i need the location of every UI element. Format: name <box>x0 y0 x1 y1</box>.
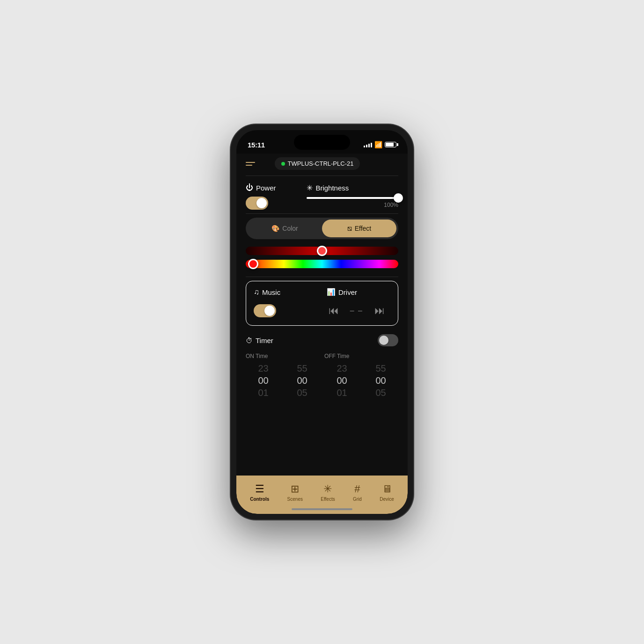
on-time-picker[interactable]: 23 00 01 55 00 05 <box>246 362 320 399</box>
timer-toggle-thumb <box>379 336 388 345</box>
power-group: ⏻ Power <box>246 183 307 210</box>
brightness-icon: ✳ <box>307 183 313 192</box>
off-min-top: 55 <box>363 362 398 374</box>
grid-nav-label: Grid <box>353 497 362 502</box>
color-tab-icon: 🎨 <box>271 225 279 232</box>
on-hour-bot: 01 <box>246 387 281 399</box>
brightness-value: 100% <box>307 202 398 208</box>
on-hour-top: 23 <box>246 362 281 374</box>
timer-row: ⏱ Timer <box>236 329 408 351</box>
tab-color[interactable]: 🎨 Color <box>248 220 322 237</box>
hue-slider-thumb <box>248 259 258 269</box>
timer-toggle[interactable] <box>378 334 398 346</box>
menu-button[interactable] <box>246 162 255 166</box>
driver-label-col: 📊 Driver <box>327 288 390 296</box>
timer-icon: ⏱ <box>246 337 253 344</box>
driver-label: Driver <box>338 288 357 296</box>
battery-icon <box>385 142 396 147</box>
power-icon: ⏻ <box>246 183 253 192</box>
music-toggle[interactable] <box>254 304 276 317</box>
nav-item-scenes[interactable]: ⊞ Scenes <box>283 480 307 505</box>
status-icons: 📶 <box>364 141 396 148</box>
brightness-group: ✳ Brightness 100% <box>307 183 398 208</box>
device-name: TWPLUS-CTRL-PLC-21 <box>288 160 354 167</box>
on-min-top: 55 <box>285 362 320 374</box>
off-hour-col[interactable]: 23 00 01 <box>324 362 359 399</box>
brightness-thumb <box>394 193 403 203</box>
play-pause-button[interactable]: – – <box>344 305 369 317</box>
prev-button[interactable]: ⏮ <box>323 303 344 319</box>
timer-label: Timer <box>256 337 273 344</box>
effects-nav-label: Effects <box>321 497 335 502</box>
on-hour-mid: 00 <box>246 374 281 387</box>
brightness-slider[interactable]: 100% <box>307 197 398 208</box>
tab-effect[interactable]: ⧅ Effect <box>322 220 396 237</box>
power-toggle-thumb <box>256 198 267 208</box>
brightness-label: Brightness <box>315 184 349 192</box>
color-sliders-section <box>236 243 408 277</box>
phone-screen: 15:11 📶 <box>236 130 408 514</box>
music-label-col: ♫ Music <box>254 288 317 296</box>
battery-fill <box>386 143 394 146</box>
effect-tab-icon: ⧅ <box>347 224 352 233</box>
music-driver-header: ♫ Music 📊 Driver <box>254 288 390 296</box>
grid-nav-icon: # <box>354 483 360 495</box>
section-divider-1 <box>246 213 398 214</box>
phone-frame: 15:11 📶 <box>231 124 413 520</box>
status-bar: 15:11 📶 <box>236 130 408 154</box>
music-label: Music <box>262 288 280 296</box>
on-hour-col[interactable]: 23 00 01 <box>246 362 281 399</box>
nav-item-controls[interactable]: ☰ Controls <box>245 480 274 505</box>
off-time-label: OFF Time <box>324 353 398 359</box>
brightness-label-row: ✳ Brightness <box>307 183 398 192</box>
menu-line-2 <box>246 165 252 166</box>
nav-item-effects[interactable]: ✳ Effects <box>316 480 339 505</box>
off-hour-bot: 01 <box>324 387 359 399</box>
device-nav-label: Device <box>380 497 394 502</box>
section-divider-2 <box>246 277 398 277</box>
device-badge[interactable]: TWPLUS-CTRL-PLC-21 <box>275 157 360 170</box>
red-slider[interactable] <box>246 247 398 255</box>
power-label-row: ⏻ Power <box>246 183 307 192</box>
app-content[interactable]: TWPLUS-CTRL-PLC-21 ⏻ Power <box>236 154 408 476</box>
app-header: TWPLUS-CTRL-PLC-21 <box>236 154 408 176</box>
signal-icon <box>364 142 372 147</box>
home-indicator <box>292 508 352 510</box>
hue-slider[interactable] <box>246 260 398 268</box>
music-controls-row: ⏮ – – ⏭ <box>254 303 390 319</box>
driver-icon: 📊 <box>327 288 336 296</box>
device-nav-icon: 🖥 <box>382 483 392 495</box>
color-tab-label: Color <box>282 225 298 232</box>
on-min-col[interactable]: 55 00 05 <box>285 362 320 399</box>
time-pickers: ON Time 23 00 01 55 00 05 <box>236 351 408 406</box>
color-effect-tabs: 🎨 Color ⧅ Effect <box>246 218 398 239</box>
brightness-fill <box>307 197 398 199</box>
scenes-nav-label: Scenes <box>287 497 303 502</box>
music-driver-section: ♫ Music 📊 Driver ⏮ – – <box>246 281 398 326</box>
nav-item-device[interactable]: 🖥 Device <box>375 480 399 505</box>
effect-tab-label: Effect <box>355 225 372 232</box>
off-hour-top: 23 <box>324 362 359 374</box>
power-toggle[interactable] <box>246 197 268 210</box>
bottom-spacer <box>236 406 408 416</box>
effects-nav-icon: ✳ <box>323 483 332 495</box>
next-button[interactable]: ⏭ <box>369 303 390 319</box>
on-min-bot: 05 <box>285 387 320 399</box>
on-time-label: ON Time <box>246 353 320 359</box>
off-time-picker[interactable]: 23 00 01 55 00 05 <box>324 362 398 399</box>
nav-item-grid[interactable]: # Grid <box>348 480 366 505</box>
power-label: Power <box>256 184 276 192</box>
music-toggle-thumb <box>264 306 275 316</box>
off-hour-mid: 00 <box>324 374 359 387</box>
brightness-track[interactable] <box>307 197 398 199</box>
off-min-bot: 05 <box>363 387 398 399</box>
power-brightness-row: ⏻ Power ✳ Brightness <box>236 176 408 213</box>
off-min-col[interactable]: 55 00 05 <box>363 362 398 399</box>
off-min-mid: 00 <box>363 374 398 387</box>
scenes-nav-icon: ⊞ <box>291 483 299 495</box>
menu-line-1 <box>246 162 255 163</box>
red-slider-thumb <box>317 246 327 256</box>
controls-nav-label: Controls <box>250 497 269 502</box>
device-status-dot <box>281 162 285 166</box>
timer-label-row: ⏱ Timer <box>246 337 373 344</box>
